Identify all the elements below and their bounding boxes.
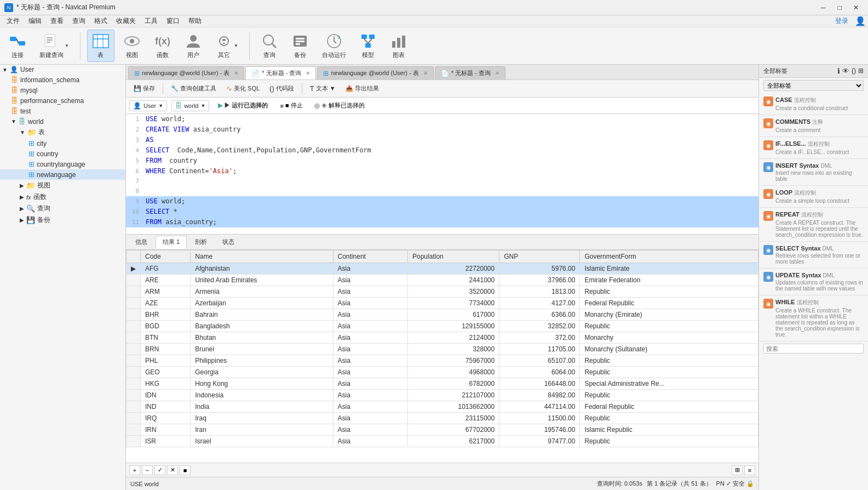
brackets-icon[interactable]: (): [852, 67, 856, 75]
code-snippet-button[interactable]: () 代码段: [266, 83, 297, 94]
text-button[interactable]: T 文本 ▼: [307, 83, 339, 94]
menu-file[interactable]: 文件: [2, 15, 24, 27]
sidebar-item-world[interactable]: ▼ 🗄 world: [0, 116, 125, 127]
menu-help[interactable]: 帮助: [184, 15, 206, 27]
export-button[interactable]: 📤 导出结果: [342, 83, 382, 94]
sidebar-item-perf-schema[interactable]: 🗄 performance_schema: [0, 95, 125, 106]
snippet-update[interactable]: ◉ UPDATE Syntax DML Updates columns of e…: [759, 269, 868, 295]
tab-table1[interactable]: ⊞ newlanguage @world (User) - 表 ✕: [128, 66, 244, 79]
tab-query-active[interactable]: 📄 * 无标题 - 查询 ✕: [245, 66, 316, 79]
col-name[interactable]: Name: [191, 250, 333, 263]
toolbar-table[interactable]: 表: [87, 30, 114, 62]
snippet-while[interactable]: ◉ WHILE 流程控制 Create a WHILE construct. T…: [759, 295, 868, 341]
menu-format[interactable]: 格式: [90, 15, 112, 27]
snippet-insert[interactable]: ◉ INSERT Syntax DML Insert new rows into…: [759, 159, 868, 186]
result-tab-profile[interactable]: 剖析: [188, 236, 214, 249]
table-row[interactable]: ARM Armenia Asia 3520000 1813.00 Republi…: [127, 286, 758, 298]
sql-editor[interactable]: 1 USE world; 2 CREATE VIEW asia_country …: [126, 114, 758, 235]
menu-window[interactable]: 窗口: [162, 15, 184, 27]
sidebar-item-mysql[interactable]: 🗄 mysql: [0, 85, 125, 95]
table-row[interactable]: ARE United Arab Emirates Asia 2441000 37…: [127, 275, 758, 286]
toolbar-view[interactable]: 视图: [119, 30, 145, 61]
info-icon[interactable]: ℹ: [837, 67, 840, 75]
table-row[interactable]: ▶ AFG Afghanistan Asia 22720000 5976.00 …: [127, 263, 758, 275]
col-govform[interactable]: GovernmentForm: [580, 250, 758, 263]
menu-edit[interactable]: 编辑: [24, 15, 46, 27]
snippet-repeat[interactable]: ◉ REPEAT 流程控制 Create A REPEAT construct.…: [759, 208, 868, 242]
add-row-button[interactable]: +: [129, 465, 140, 475]
toolbar-function[interactable]: f(x) 函数: [150, 30, 176, 61]
col-code[interactable]: Code: [141, 250, 191, 263]
toolbar-user[interactable]: 用户: [180, 30, 206, 61]
eye-icon[interactable]: 👁: [842, 67, 849, 75]
table-row[interactable]: IDN Indonesia Asia 212107000 84982.00 Re…: [127, 390, 758, 401]
tab-table1-close[interactable]: ✕: [234, 70, 238, 76]
menu-view[interactable]: 查看: [46, 15, 68, 27]
sidebar-item-queries[interactable]: ▶ 🔍 查询: [0, 203, 125, 214]
run-button[interactable]: ▶ ▶ 运行已选择的: [214, 100, 272, 111]
grid-icon[interactable]: ⊞: [858, 67, 864, 75]
sidebar-item-countrylanguage[interactable]: ⊞ countrylanguage: [0, 159, 125, 169]
table-row[interactable]: IRN Iran Asia 67702000 195746.00 Islamic…: [127, 424, 758, 436]
sidebar-item-tables[interactable]: ▼ 📁 表: [0, 127, 125, 138]
menu-favorites[interactable]: 收藏夹: [112, 15, 140, 27]
tab-query2[interactable]: 📄 * 无标题 - 查询 ✕: [435, 66, 505, 79]
database-dropdown[interactable]: 🗄 world ▼: [171, 100, 209, 111]
toolbar-model[interactable]: 模型: [355, 30, 381, 61]
table-row[interactable]: BHR Bahrain Asia 617000 6366.00 Monarchy…: [127, 309, 758, 321]
sidebar-item-city[interactable]: ⊞ city: [0, 138, 125, 149]
tab-query2-close[interactable]: ✕: [495, 70, 499, 76]
user-dropdown[interactable]: 👤 User ▼: [129, 100, 167, 111]
sidebar-item-info-schema[interactable]: 🗄 information_schema: [0, 75, 125, 85]
snippet-comments[interactable]: ◉ COMMENTS 注释 Create a comment: [759, 115, 868, 137]
tab-table2[interactable]: ⊞ newlanguage @world (User) - 表 ✕: [317, 66, 433, 79]
result-tab-status[interactable]: 状态: [215, 236, 242, 249]
filter-dropdown[interactable]: 全部标签: [763, 80, 864, 91]
form-view-button[interactable]: ≡: [744, 465, 755, 475]
table-row[interactable]: BTN Bhutan Asia 2124000 372.00 Monarchy: [127, 332, 758, 344]
table-row[interactable]: IRQ Iraq Asia 23115000 11500.00 Republic: [127, 413, 758, 424]
confirm-button[interactable]: ✓: [154, 465, 165, 475]
menu-query[interactable]: 查询: [68, 15, 90, 27]
sidebar-item-backups[interactable]: ▶ 💾 备份: [0, 214, 125, 226]
tab-table2-close[interactable]: ✕: [423, 70, 428, 76]
table-row[interactable]: GEO Georgia Asia 4968000 6064.00 Republi…: [127, 367, 758, 378]
delete-row-button[interactable]: −: [142, 465, 153, 475]
toolbar-auto-run[interactable]: 自动运行: [318, 30, 350, 61]
tab-query-close[interactable]: ✕: [306, 70, 310, 76]
cancel-row-button[interactable]: ✕: [167, 465, 178, 475]
sidebar-item-funcs[interactable]: ▶ fx 函数: [0, 191, 125, 203]
table-row[interactable]: PHL Philippines Asia 75967000 65107.00 R…: [127, 355, 758, 367]
table-row[interactable]: BGD Bangladesh Asia 129155000 32852.00 R…: [127, 321, 758, 332]
login-button[interactable]: 登录: [831, 15, 853, 27]
col-gnp[interactable]: GNP: [499, 250, 580, 263]
table-row[interactable]: HKG Hong Kong Asia 6782000 166448.00 Spe…: [127, 378, 758, 390]
snippet-select[interactable]: ◉ SELECT Syntax DML Retrieve rows select…: [759, 242, 868, 269]
table-row[interactable]: ISR Israel Asia 6217000 97477.00 Republi…: [127, 436, 758, 447]
snippet-if-else[interactable]: ◉ IF...ELSE... 流程控制 Create a IF...ELSE..…: [759, 137, 868, 159]
toolbar-new-query[interactable]: 新建查询 ▼: [35, 30, 73, 61]
minimize-button[interactable]: ─: [815, 2, 831, 14]
query-builder-button[interactable]: 🔧 查询创建工具: [168, 83, 220, 94]
result-tab-result1[interactable]: 结果 1: [156, 236, 187, 249]
toolbar-query[interactable]: 查询: [256, 30, 283, 61]
snippet-case[interactable]: ◉ CASE 流程控制 Create a conditional constru…: [759, 93, 868, 115]
sidebar-item-user[interactable]: ▼ 👤 User: [0, 65, 125, 75]
table-row[interactable]: BRN Brunei Asia 328000 11705.00 Monarchy…: [127, 344, 758, 355]
result-tab-info[interactable]: 信息: [128, 236, 154, 249]
sidebar-item-test[interactable]: 🗄 test: [0, 106, 125, 116]
data-table-container[interactable]: Code Name Continent Population GNP Gover…: [126, 250, 758, 463]
toolbar-backup[interactable]: 备份: [287, 30, 313, 61]
maximize-button[interactable]: □: [832, 2, 847, 14]
toolbar-chart[interactable]: 图表: [386, 30, 412, 61]
sidebar-item-views[interactable]: ▶ 📁 视图: [0, 180, 125, 191]
close-button[interactable]: ✕: [848, 2, 864, 14]
sidebar-item-country[interactable]: ⊞ country: [0, 149, 125, 159]
table-row[interactable]: IND India Asia 1013662000 447114.00 Fede…: [127, 401, 758, 413]
col-population[interactable]: Population: [408, 250, 499, 263]
explain-button[interactable]: ⊕ ⊕ 解释已选择的: [311, 100, 368, 112]
snippet-loop[interactable]: ◉ LOOP 流程控制 Create a simple loop constru…: [759, 186, 868, 208]
search-input[interactable]: [763, 344, 864, 354]
toolbar-other[interactable]: 其它 ▼: [211, 30, 243, 61]
toolbar-connect[interactable]: 连接: [4, 30, 31, 61]
